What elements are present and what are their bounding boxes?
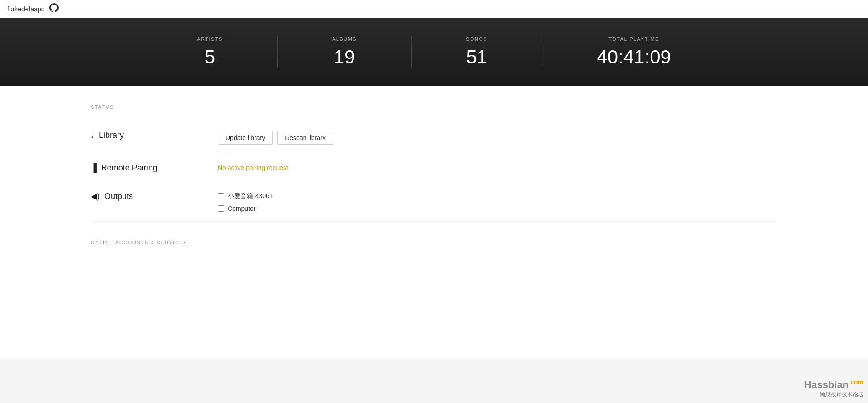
- watermark-bian: bian: [828, 379, 848, 390]
- watermark-brand: Hassbian.com: [804, 379, 863, 391]
- top-bar: forked-daapd: [0, 0, 868, 18]
- app-title: forked-daapd: [7, 5, 45, 13]
- artists-value: 5: [197, 46, 223, 68]
- remote-pairing-row: ▐ Remote Pairing No active pairing reque…: [91, 154, 777, 182]
- output-item-0[interactable]: 小爱音箱-4306+: [218, 192, 273, 200]
- output-item-1[interactable]: Computer: [218, 205, 273, 212]
- songs-value: 51: [466, 46, 487, 68]
- phone-icon: ▐: [91, 163, 97, 173]
- github-icon[interactable]: [49, 3, 59, 15]
- output-name-0: 小爱音箱-4306+: [228, 192, 273, 200]
- rescan-library-button[interactable]: Rescan library: [277, 131, 333, 145]
- speaker-icon: ◀): [91, 191, 100, 201]
- playtime-value: 40:41:09: [597, 46, 671, 68]
- status-section-label: STATUS: [91, 104, 777, 110]
- pairing-message: No active pairing request.: [218, 164, 290, 171]
- stats-banner: ARTISTS 5 ALBUMS 19 SONGS 51 TOTAL PLAYT…: [0, 18, 868, 86]
- albums-value: 19: [332, 46, 357, 68]
- output-checkbox-1[interactable]: [218, 205, 224, 212]
- watermark-com: .com: [848, 379, 863, 386]
- watermark-sub: 瀚思彼岸技术论坛: [804, 391, 863, 398]
- remote-pairing-text: Remote Pairing: [101, 163, 157, 173]
- main-content: STATUS ♩ Library Update library Rescan l…: [0, 86, 868, 358]
- watermark: Hassbian.com 瀚思彼岸技术论坛: [804, 379, 863, 398]
- stat-artists: ARTISTS 5: [142, 36, 278, 68]
- online-accounts-section-label: ONLINE ACCOUNTS & SERVICES: [91, 240, 777, 245]
- stat-albums: ALBUMS 19: [278, 36, 412, 68]
- playtime-label: TOTAL PLAYTIME: [597, 36, 671, 42]
- remote-pairing-label: ▐ Remote Pairing: [91, 163, 218, 173]
- remote-pairing-content: No active pairing request.: [218, 163, 777, 171]
- output-checkbox-0[interactable]: [218, 193, 224, 199]
- library-row: ♩ Library Update library Rescan library: [91, 121, 777, 154]
- artists-label: ARTISTS: [197, 36, 223, 42]
- output-list: 小爱音箱-4306+ Computer: [218, 192, 273, 212]
- music-icon: ♩: [91, 130, 94, 140]
- outputs-label: ◀) Outputs: [91, 191, 218, 201]
- songs-label: SONGS: [466, 36, 487, 42]
- albums-label: ALBUMS: [332, 36, 357, 42]
- stat-playtime: TOTAL PLAYTIME 40:41:09: [542, 36, 726, 68]
- update-library-button[interactable]: Update library: [218, 131, 273, 145]
- output-name-1: Computer: [228, 205, 255, 212]
- outputs-content: 小爱音箱-4306+ Computer: [218, 191, 777, 212]
- stat-songs: SONGS 51: [412, 36, 542, 68]
- watermark-hass: Hass: [804, 379, 828, 390]
- outputs-text: Outputs: [104, 192, 133, 201]
- library-text: Library: [99, 131, 124, 140]
- outputs-row: ◀) Outputs 小爱音箱-4306+ Computer: [91, 182, 777, 222]
- library-label: ♩ Library: [91, 130, 218, 140]
- library-actions: Update library Rescan library: [218, 130, 777, 145]
